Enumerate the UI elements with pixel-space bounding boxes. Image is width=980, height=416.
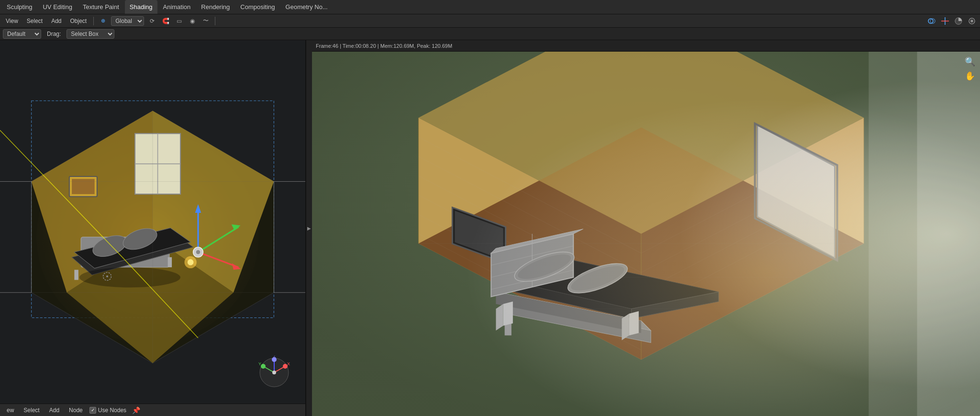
right-side-icons: 🔍 ✋: [965, 56, 975, 81]
svg-point-29: [79, 267, 180, 287]
viewport-bottom-bar: ew Select Add Node ✓ Use Nodes 📌: [0, 404, 305, 416]
render-header: Frame:46 | Time:00:08.20 | Mem:120.69M, …: [312, 40, 980, 52]
circle-icon[interactable]: ◉: [187, 16, 198, 26]
mode-select[interactable]: Default Preview: [3, 29, 41, 39]
left-viewport-panel: iphic .002: [0, 40, 306, 416]
tab-compositing[interactable]: Compositing: [235, 0, 279, 14]
toolbar-row1: View Select Add Object ⊕ Global Local No…: [0, 14, 980, 28]
render-canvas[interactable]: 🔍 ✋: [312, 52, 980, 416]
overlay-icon[interactable]: [926, 16, 937, 26]
render-scene-svg: [312, 52, 980, 416]
svg-text:Z: Z: [273, 356, 276, 359]
bottom-view[interactable]: ew: [4, 406, 17, 415]
toolbar-row2: Default Preview Drag: Select Box Select …: [0, 28, 980, 40]
svg-point-6: [970, 20, 973, 22]
hand-tool-icon[interactable]: ✋: [965, 71, 975, 81]
right-render-panel: Frame:46 | Time:00:08.20 | Mem:120.69M, …: [312, 40, 980, 416]
viewport-shading-icon[interactable]: [953, 16, 964, 26]
viewport-scene-svg: [0, 40, 305, 404]
bottom-node[interactable]: Node: [66, 406, 86, 415]
svg-point-52: [188, 259, 194, 265]
select-menu[interactable]: Select: [24, 17, 45, 25]
tab-geometry-nodes[interactable]: Geometry No...: [281, 0, 333, 14]
nav-gizmo[interactable]: X Y Z: [257, 356, 291, 389]
panel-arrow-icon: ▶: [307, 226, 311, 231]
gizmo-icon[interactable]: [940, 16, 950, 26]
panel-divider-arrow[interactable]: ▶: [306, 40, 312, 416]
pin-icon[interactable]: 📌: [132, 406, 140, 414]
transform-global-select[interactable]: Global Local Normal: [111, 16, 144, 26]
viewport-area[interactable]: iphic .002: [0, 40, 305, 404]
svg-rect-21: [72, 179, 95, 194]
svg-text:X: X: [287, 361, 290, 366]
svg-point-63: [272, 371, 276, 374]
svg-rect-27: [74, 270, 78, 280]
view-menu[interactable]: View: [3, 17, 21, 25]
transform-icon[interactable]: ⊕: [98, 16, 108, 26]
tab-texture-paint[interactable]: Texture Paint: [78, 0, 124, 14]
wave-icon[interactable]: 〜: [200, 16, 211, 26]
render-icon[interactable]: [967, 16, 977, 26]
snap-icon[interactable]: 🧲: [160, 16, 171, 26]
svg-rect-119: [917, 52, 980, 416]
tab-sculpting[interactable]: Sculpting: [2, 0, 37, 14]
svg-rect-28: [168, 257, 172, 267]
svg-point-39: [196, 250, 200, 254]
main-area: iphic .002: [0, 40, 980, 416]
select-box-select[interactable]: Select Box Select Circle: [67, 29, 114, 39]
svg-point-58: [261, 364, 266, 369]
use-nodes-label: Use Nodes: [98, 407, 126, 414]
use-nodes-checkbox[interactable]: ✓: [89, 407, 96, 414]
rect-select-icon[interactable]: ▭: [174, 16, 184, 26]
tab-uv-editing[interactable]: UV Editing: [38, 0, 77, 14]
bottom-select[interactable]: Select: [21, 406, 42, 415]
tab-animation[interactable]: Animation: [158, 0, 196, 14]
tab-rendering[interactable]: Rendering: [196, 0, 234, 14]
bottom-add[interactable]: Add: [46, 406, 62, 415]
search-icon[interactable]: 🔍: [965, 56, 975, 67]
tab-shading[interactable]: Shading: [125, 0, 157, 14]
add-menu[interactable]: Add: [48, 17, 64, 25]
render-stats: Frame:46 | Time:00:08.20 | Mem:120.69M, …: [316, 43, 452, 49]
separator-1: [93, 17, 94, 25]
object-menu[interactable]: Object: [67, 17, 90, 25]
top-tab-bar: Sculpting UV Editing Texture Paint Shadi…: [0, 0, 980, 14]
transform-extra[interactable]: ⟳: [147, 16, 157, 26]
viewport-canvas: iphic .002: [0, 40, 305, 404]
svg-point-31: [106, 275, 108, 277]
separator-2: [215, 17, 215, 25]
drag-label: Drag:: [44, 30, 64, 38]
use-nodes-toggle[interactable]: ✓ Use Nodes: [89, 407, 126, 414]
svg-text:Y: Y: [258, 361, 261, 366]
